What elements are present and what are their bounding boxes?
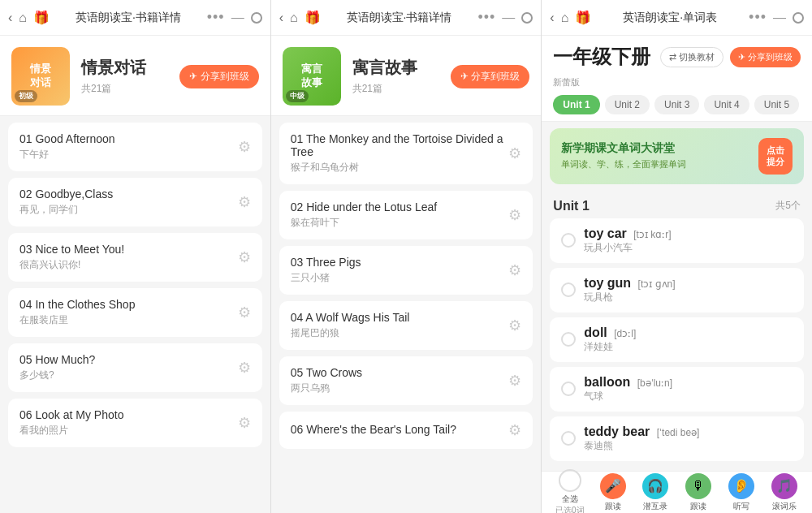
panel-fable: ‹ ⌂ 🎁 英语朗读宝·书籍详情 ••• — 寓言故事 中级 寓言故事 共21篇… — [271, 0, 542, 513]
vocab-word: teddy bear — [584, 425, 650, 438]
back-icon-2[interactable]: ‹ — [279, 11, 283, 25]
back-icon-1[interactable]: ‹ — [8, 11, 12, 25]
item-zh: 三只小猪 — [291, 271, 509, 285]
item-zh: 很高兴认识你! — [19, 258, 238, 272]
home-icon-2[interactable]: ⌂ — [290, 11, 298, 25]
home-icon-1[interactable]: ⌂ — [19, 11, 27, 25]
settings-icon[interactable]: ⚙ — [238, 193, 251, 211]
dictation-button[interactable]: 👂 听写 — [721, 473, 761, 512]
switch-material-button[interactable]: ⇄ 切换教材 — [660, 47, 723, 67]
close-icon-3[interactable] — [793, 12, 804, 24]
vocab-item[interactable]: balloon [bəˈluːn] 气球 — [550, 367, 804, 412]
share-button-3[interactable]: ✈ 分享到班级 — [730, 47, 801, 67]
list-item[interactable]: 02 Hide under the Lotus Leaf 躲在荷叶下 ⚙ — [279, 191, 533, 239]
more-icon-1[interactable]: ••• — [207, 9, 225, 26]
banner-text: 新学期课文单词大讲堂 单词读、学、练，全面掌握单词 — [561, 141, 686, 170]
settings-icon[interactable]: ⚙ — [508, 261, 521, 279]
gift-icon-1[interactable]: 🎁 — [33, 10, 50, 25]
dictation-label: 听写 — [733, 501, 749, 512]
list-item[interactable]: 03 Nice to Meet You! 很高兴认识你! ⚙ — [8, 233, 262, 282]
vocab-radio[interactable] — [561, 382, 576, 396]
back-icon-3[interactable]: ‹ — [550, 11, 554, 25]
vocab-item[interactable]: toy car [tɔɪ kɑːr] 玩具小汽车 — [550, 218, 804, 263]
minimize-icon-2[interactable]: — — [502, 11, 515, 25]
list-item[interactable]: 03 Three Pigs 三只小猪 ⚙ — [279, 246, 533, 295]
gift-icon-2[interactable]: 🎁 — [304, 10, 321, 25]
share-button-2[interactable]: ✈ 分享到班级 — [451, 65, 529, 88]
list-item[interactable]: 04 A Wolf Wags His Tail 摇尾巴的狼 ⚙ — [279, 301, 533, 350]
minimize-icon-1[interactable]: — — [231, 11, 244, 25]
vocab-radio[interactable] — [561, 282, 576, 297]
follow-read-button[interactable]: 🎤 跟读 — [593, 473, 633, 512]
list-item[interactable]: 06 Where's the Bear's Long Tail? ⚙ — [279, 412, 533, 449]
list-item[interactable]: 01 Good Afternoon 下午好 ⚙ — [8, 123, 262, 171]
read-aloud-button[interactable]: 🎙 跟读 — [679, 473, 719, 512]
word-game-icon: 🎵 — [771, 473, 797, 499]
banner-btn-line1: 点击 — [767, 145, 784, 155]
listen-record-button[interactable]: 🎧 潜互录 — [636, 473, 676, 512]
close-icon-2[interactable] — [521, 12, 533, 24]
list-item[interactable]: 04 In the Clothes Shop 在服装店里 ⚙ — [8, 288, 262, 337]
gift-icon-3[interactable]: 🎁 — [575, 10, 591, 25]
vocab-phonetic: [tɔɪ ɡʌn] — [638, 278, 676, 290]
settings-icon[interactable]: ⚙ — [238, 414, 251, 432]
settings-icon[interactable]: ⚙ — [508, 421, 521, 439]
more-icon-2[interactable]: ••• — [477, 9, 495, 26]
settings-icon[interactable]: ⚙ — [238, 304, 251, 321]
list-item[interactable]: 05 Two Crows 两只乌鸦 ⚙ — [279, 356, 533, 405]
settings-icon[interactable]: ⚙ — [508, 206, 521, 224]
settings-icon[interactable]: ⚙ — [238, 359, 251, 377]
vocab-radio[interactable] — [561, 431, 576, 446]
item-zh: 多少钱? — [19, 369, 238, 382]
vocab-zh: 玩具枪 — [584, 291, 793, 304]
list-item[interactable]: 06 Look at My Photo 看我的照片 ⚙ — [8, 399, 262, 447]
item-en: 03 Three Pigs — [291, 256, 509, 269]
settings-icon[interactable]: ⚙ — [238, 138, 251, 156]
topbar-1: ‹ ⌂ 🎁 英语朗读宝·书籍详情 ••• — — [0, 0, 270, 36]
banner-btn-line2: 提分 — [767, 157, 784, 166]
item-zh: 摇尾巴的狼 — [291, 326, 509, 340]
list-2: 01 The Monkey and the Tortoise Divided a… — [271, 116, 542, 513]
vocab-phonetic: [ˈtedi beə] — [657, 427, 700, 438]
list-item[interactable]: 05 How Much? 多少钱? ⚙ — [8, 343, 262, 392]
select-all-circle[interactable] — [559, 469, 581, 492]
vocab-item[interactable]: doll [dɔːl] 洋娃娃 — [550, 317, 804, 362]
vocab-item[interactable]: toy gun [tɔɪ ɡʌn] 玩具枪 — [550, 268, 804, 313]
list-1: 01 Good Afternoon 下午好 ⚙ 02 Goodbye,Class… — [0, 116, 270, 513]
unit-tab-3[interactable]: Unit 3 — [654, 95, 699, 114]
book-header-1: 情景对话 初级 情景对话 共21篇 ✈ 分享到班级 — [0, 36, 270, 116]
list-item[interactable]: 02 Goodbye,Class 再见，同学们 ⚙ — [8, 178, 262, 226]
vocab-zh: 泰迪熊 — [584, 439, 793, 453]
home-icon-3[interactable]: ⌂ — [561, 11, 569, 25]
close-icon-1[interactable] — [251, 12, 262, 24]
settings-icon[interactable]: ⚙ — [508, 144, 521, 162]
item-text: 06 Where's the Bear's Long Tail? — [291, 423, 509, 438]
item-text: 01 Good Afternoon 下午好 — [19, 132, 238, 162]
vocab-radio[interactable] — [561, 332, 576, 347]
select-all-label[interactable]: 全选 — [562, 494, 578, 505]
word-game-button[interactable]: 🎵 滚词乐 — [764, 473, 804, 512]
edition-label: 新蕾版 — [553, 76, 801, 88]
banner-cta-button[interactable]: 点击 提分 — [758, 138, 793, 175]
unit-section-1-header: Unit 1 共5个 — [550, 191, 804, 218]
settings-icon[interactable]: ⚙ — [238, 248, 251, 266]
unit-tab-4[interactable]: Unit 4 — [704, 95, 749, 114]
minimize-icon-3[interactable]: — — [773, 11, 786, 25]
book-cover-2: 寓言故事 中级 — [283, 47, 341, 106]
more-icon-3[interactable]: ••• — [749, 9, 767, 26]
vocab-item[interactable]: teddy bear [ˈtedi beə] 泰迪熊 — [550, 416, 804, 461]
settings-icon[interactable]: ⚙ — [508, 317, 521, 334]
vocab-radio[interactable] — [561, 233, 576, 248]
vocab-phonetic: [bəˈluːn] — [637, 377, 672, 389]
list-item[interactable]: 01 The Monkey and the Tortoise Divided a… — [279, 123, 533, 184]
cover-title-2: 寓言故事 — [298, 59, 326, 93]
unit-tab-2[interactable]: Unit 2 — [605, 95, 650, 114]
book-count-2: 共21篇 — [352, 82, 439, 96]
share-button-1[interactable]: ✈ 分享到班级 — [179, 65, 258, 88]
item-zh: 两只乌鸦 — [291, 382, 509, 395]
unit-tab-5[interactable]: Unit 5 — [754, 95, 799, 114]
topbar-title-1: 英语朗读宝·书籍详情 — [56, 11, 201, 25]
unit-tab-1[interactable]: Unit 1 — [553, 95, 599, 114]
read-aloud-icon: 🎙 — [685, 473, 711, 499]
settings-icon[interactable]: ⚙ — [508, 372, 521, 390]
